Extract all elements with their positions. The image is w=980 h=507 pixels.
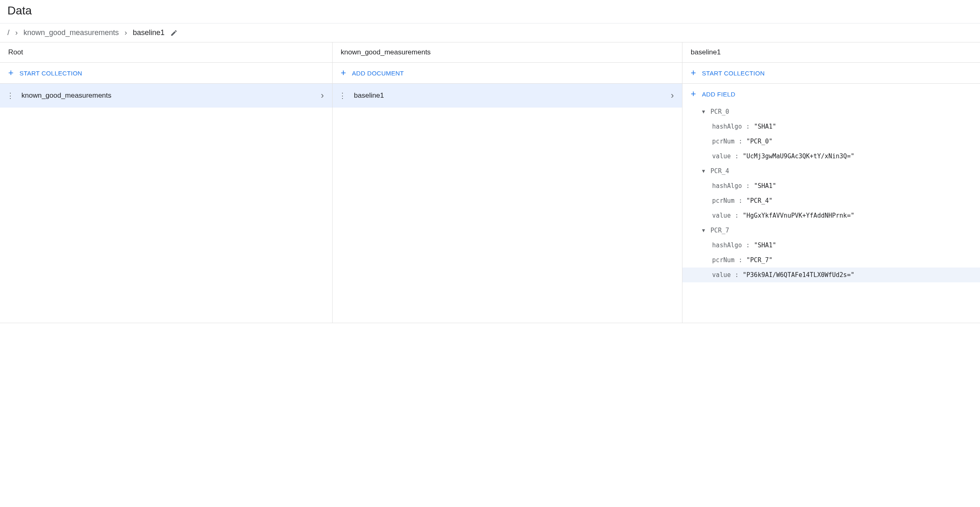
add-document-label: ADD DOCUMENT [352,70,404,77]
chevron-right-icon: › [321,90,327,101]
start-collection-button[interactable]: + START COLLECTION [0,63,332,84]
add-field-label: ADD FIELD [702,91,735,98]
field-value: "SHA1" [754,242,776,249]
field-key: value [712,153,731,160]
start-collection-doc-label: START COLLECTION [702,70,764,77]
column-collection-header: known_good_measurements [333,42,682,63]
field-entry[interactable]: pcrNum:"PCR_4" [682,193,980,208]
breadcrumb-collection[interactable]: known_good_measurements [23,28,119,37]
add-document-button[interactable]: + ADD DOCUMENT [333,63,682,84]
breadcrumb: / › known_good_measurements › baseline1 [0,23,980,42]
field-entry[interactable]: hashAlgo:"SHA1" [682,119,980,134]
list-item[interactable]: ⋮known_good_measurements› [0,84,332,108]
field-name: PCR_4 [710,167,729,175]
field-entry[interactable]: value:"P36k9AI/W6QTAFe14TLX0WfUd2s=" [682,268,980,282]
plus-icon: + [691,68,696,77]
breadcrumb-document[interactable]: baseline1 [133,28,164,37]
column-collection: known_good_measurements + ADD DOCUMENT ⋮… [333,42,682,323]
page-title: Data [0,0,980,23]
more-vert-icon[interactable]: ⋮ [5,91,15,100]
field-value: "UcMj3gwMaU9GAc3QK+tY/xNin3Q=" [743,153,854,160]
colon: : [739,256,742,264]
colon: : [739,138,742,145]
field-entry[interactable]: hashAlgo:"SHA1" [682,178,980,193]
plus-icon: + [8,68,14,77]
start-collection-doc-button[interactable]: + START COLLECTION [682,63,980,84]
field-entry[interactable]: value:"UcMj3gwMaU9GAc3QK+tY/xNin3Q=" [682,149,980,164]
field-name: PCR_7 [710,227,729,234]
field-entry[interactable]: pcrNum:"PCR_0" [682,134,980,149]
breadcrumb-root-slash[interactable]: / [7,28,9,37]
chevron-right-icon: › [124,28,127,37]
field-value: "HgGxYkfAVVnuPVK+YfAddNHPrnk=" [743,212,854,219]
colon: : [735,212,739,219]
field-value: "SHA1" [754,182,776,190]
field-value: "PCR_7" [746,256,772,264]
field-key: pcrNum [712,256,734,264]
chevron-right-icon: › [15,28,18,37]
list-item-label: known_good_measurements [19,92,317,100]
columns-container: Root + START COLLECTION ⋮known_good_meas… [0,42,980,323]
arrow-down-icon: ▼ [701,228,706,233]
colon: : [746,123,750,130]
list-item[interactable]: ⋮baseline1› [333,84,682,108]
more-vert-icon[interactable]: ⋮ [338,91,347,100]
field-map[interactable]: ▼PCR_0 [682,104,980,119]
field-key: hashAlgo [712,242,742,249]
arrow-down-icon: ▼ [701,168,706,174]
field-value: "PCR_0" [746,138,772,145]
chevron-right-icon: › [671,90,677,101]
field-value: "P36k9AI/W6QTAFe14TLX0WfUd2s=" [743,271,854,279]
colon: : [735,271,739,279]
field-key: pcrNum [712,197,734,204]
field-key: hashAlgo [712,123,742,130]
field-map[interactable]: ▼PCR_4 [682,164,980,178]
field-entry[interactable]: pcrNum:"PCR_7" [682,253,980,268]
column-document: baseline1 + START COLLECTION + ADD FIELD… [682,42,980,323]
arrow-down-icon: ▼ [701,109,706,115]
colon: : [735,153,739,160]
field-map[interactable]: ▼PCR_7 [682,223,980,238]
field-key: pcrNum [712,138,734,145]
start-collection-label: START COLLECTION [19,70,82,77]
plus-icon: + [341,68,346,77]
add-field-button[interactable]: + ADD FIELD [682,84,980,104]
colon: : [746,182,750,190]
field-value: "SHA1" [754,123,776,130]
field-entry[interactable]: value:"HgGxYkfAVVnuPVK+YfAddNHPrnk=" [682,208,980,223]
column-root: Root + START COLLECTION ⋮known_good_meas… [0,42,333,323]
colon: : [746,242,750,249]
field-name: PCR_0 [710,108,729,115]
field-key: value [712,271,731,279]
edit-icon[interactable] [170,29,178,37]
field-value: "PCR_4" [746,197,772,204]
field-key: value [712,212,731,219]
list-item-label: baseline1 [352,92,667,100]
column-root-header: Root [0,42,332,63]
column-document-header: baseline1 [682,42,980,63]
field-entry[interactable]: hashAlgo:"SHA1" [682,238,980,253]
plus-icon: + [691,89,696,99]
colon: : [739,197,742,204]
field-key: hashAlgo [712,182,742,190]
